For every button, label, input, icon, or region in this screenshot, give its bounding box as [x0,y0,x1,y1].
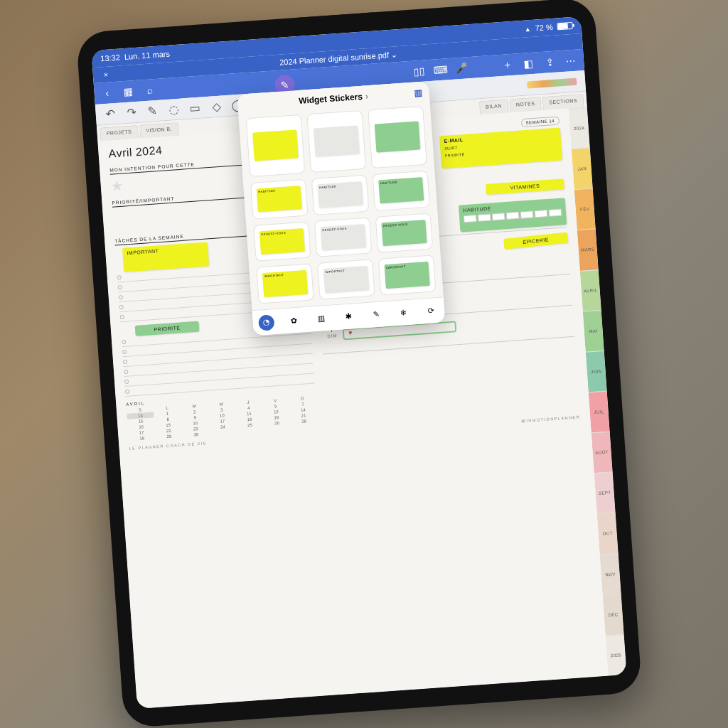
sticker-option[interactable]: IMPORTANT [317,259,375,300]
sticker-habitude[interactable]: HABITUDE [459,198,567,232]
keyboard-icon[interactable]: ⌨ [434,63,446,75]
more-icon[interactable]: ⋯ [565,55,577,67]
chevron-right-icon: › [365,91,368,101]
sticker-category[interactable]: ⟳ [422,303,439,319]
month-tab-avril[interactable]: AVRIL [580,269,601,311]
sticker-grid: HABITUDEHABITUDEHABITUDERENDEZ-VOUSRENDE… [238,102,443,310]
back-icon[interactable]: ‹ [101,87,113,99]
pen-icon: ✎ [279,79,291,91]
eraser-icon[interactable]: ◌ [168,103,180,115]
sticker-option[interactable]: RENDEZ-VOUS [253,221,311,262]
week-badge: SEMAINE 14 [520,117,560,128]
sticker-category[interactable]: ✎ [368,306,384,323]
sticker-option[interactable]: HABITUDE [373,170,430,210]
month-tab-nov[interactable]: NOV [600,553,621,595]
month-tab-mai[interactable]: MAI [583,310,604,352]
shapes-icon[interactable]: ◇ [210,100,223,112]
sticker-vitamines-label: VITAMINES [510,183,540,191]
book-view-icon[interactable]: ▯▯ [413,65,425,77]
month-tab-2024[interactable]: 2024 [569,107,590,149]
close-icon[interactable]: × [100,68,112,80]
month-tab-mars[interactable]: MARS [577,229,599,271]
month-tab-2025[interactable]: 2025 [606,634,627,676]
pin-icon: 📍 [347,331,355,338]
bookmark-icon[interactable]: ◧ [523,58,535,70]
battery-icon [557,22,573,31]
undo-icon[interactable]: ↶ [104,108,116,120]
sticker-option[interactable]: IMPORTANT [256,264,314,304]
grid-icon[interactable]: ▦ [122,85,134,97]
screen: 13:32 Lun. 11 mars 72 % × 2024 Planner d… [91,16,626,709]
month-tab-fév[interactable]: FÉV [574,188,596,230]
month-tab-jan[interactable]: JAN [572,148,593,190]
search-icon[interactable]: ⌕ [144,84,156,96]
sticker-option[interactable] [246,114,306,177]
sticker-important-label: IMPORTANT [127,248,159,255]
sticker-epicerie[interactable]: ÉPICERIE [503,232,568,250]
sticker-category[interactable]: ▥ [313,310,329,326]
footer-left: LE PLANNER COACH DE VIE [129,441,207,451]
redo-icon[interactable]: ↷ [125,106,137,118]
status-date: Lun. 11 mars [124,50,170,61]
stickers-popover: Widget Stickers › ▥ HABITUDEHABITUDEHABI… [237,81,445,336]
sticker-option[interactable] [306,110,366,173]
tablet-frame: 13:32 Lun. 11 mars 72 % × 2024 Planner d… [76,0,643,728]
mini-calendar: AVRIL SLMMJVD141234571589101112141615161… [126,389,318,441]
sticker-category[interactable]: ✿ [286,312,302,328]
sticker-option[interactable]: RENDEZ-VOUS [314,217,372,257]
battery-pct: 72 % [535,23,553,33]
sticker-category[interactable]: ✱ [341,309,357,325]
month-tab-déc[interactable]: DÉC [603,594,624,636]
month-tab-sept[interactable]: SEPT [594,472,616,514]
wifi-icon [524,24,531,33]
month-tab-août[interactable]: AOÛT [592,432,613,473]
tablet-notch [296,12,375,33]
sticker-option[interactable]: IMPORTANT [378,255,436,296]
color-thumbnails[interactable] [527,77,577,88]
sticker-category[interactable]: ❄ [395,304,412,321]
sticker-category[interactable]: ◔ [258,314,274,331]
month-tab-oct[interactable]: OCT [597,513,619,555]
share-icon[interactable]: ⇪ [544,56,556,68]
popover-title: Widget Stickers [299,92,363,106]
sticker-option[interactable]: RENDEZ-VOUS [375,213,433,253]
sticker-option[interactable]: HABITUDE [311,174,369,215]
layout-toggle-icon[interactable]: ▥ [414,87,422,98]
highlighter-icon[interactable]: ▭ [189,102,201,114]
sticker-option[interactable]: HABITUDE [250,178,308,219]
add-icon[interactable]: ＋ [501,59,513,71]
month-tab-juil[interactable]: JUIL [589,391,610,433]
star-icon: ★ [110,176,127,193]
sticker-option[interactable] [368,106,427,168]
sticker-priorite-label: PRIORITÉ [154,325,180,332]
pen-tool-icon[interactable]: ✎ [146,105,159,117]
status-time: 13:32 [100,53,120,63]
month-tab-juin[interactable]: JUIN [586,350,607,392]
footer-right: @INMOTIONPLANNER [521,414,580,423]
mic-icon[interactable]: 🎤 [456,62,468,74]
